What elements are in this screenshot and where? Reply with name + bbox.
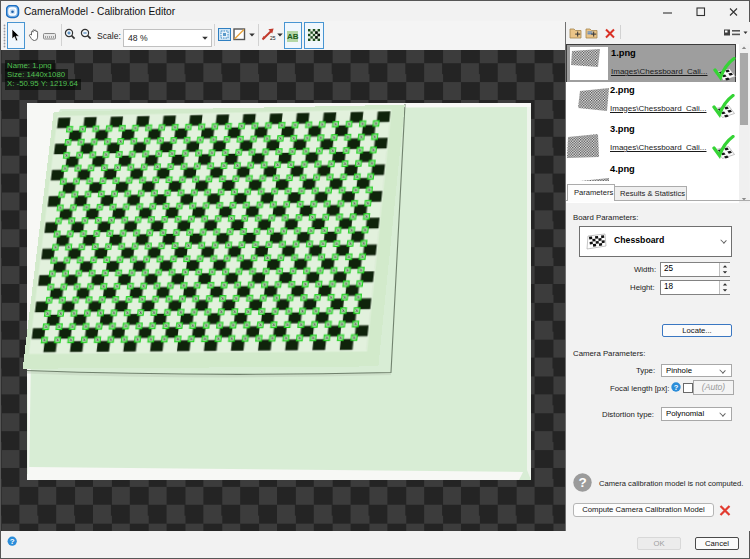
svg-text:?: ?: [578, 475, 586, 490]
svg-text:?: ?: [10, 537, 15, 546]
svg-text:?: ?: [674, 383, 679, 392]
svg-text:25: 25: [270, 35, 276, 41]
